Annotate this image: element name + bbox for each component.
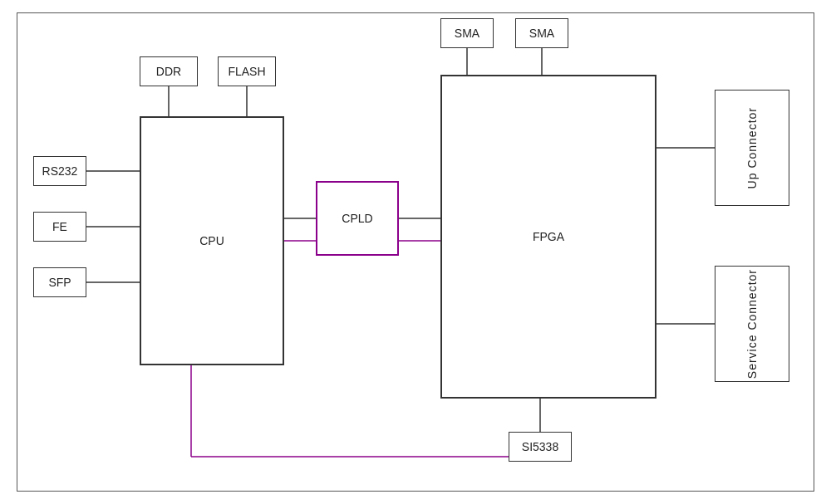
rs232-block: RS232	[33, 156, 86, 186]
flash-label: FLASH	[228, 65, 265, 78]
fpga-block: FPGA	[440, 75, 656, 399]
svcconn-block: Service Connector	[715, 266, 789, 382]
flash-block: FLASH	[218, 56, 276, 86]
sma1-block: SMA	[440, 18, 494, 48]
sfp-block: SFP	[33, 267, 86, 297]
rs232-label: RS232	[42, 164, 78, 178]
sfp-label: SFP	[48, 276, 71, 289]
cpld-block: CPLD	[316, 181, 399, 256]
diagram-container: CPU DDR FLASH RS232 FE SFP CPLD FPGA SMA…	[0, 0, 831, 504]
sma2-block: SMA	[515, 18, 568, 48]
outer-border	[17, 12, 814, 492]
si5338-label: SI5338	[522, 440, 558, 453]
fe-label: FE	[52, 220, 67, 233]
ddr-block: DDR	[140, 56, 198, 86]
sma1-label: SMA	[455, 27, 479, 40]
upconn-block: Up Connector	[715, 90, 789, 206]
si5338-block: SI5338	[509, 432, 572, 462]
fe-block: FE	[33, 212, 86, 242]
upconn-label: Up Connector	[745, 107, 759, 188]
cpu-block: CPU	[140, 116, 284, 365]
sma2-label: SMA	[529, 27, 554, 40]
cpld-label: CPLD	[342, 212, 372, 225]
fpga-label: FPGA	[533, 230, 564, 243]
cpu-label: CPU	[199, 234, 224, 247]
ddr-label: DDR	[156, 65, 181, 78]
svcconn-label: Service Connector	[745, 269, 759, 379]
